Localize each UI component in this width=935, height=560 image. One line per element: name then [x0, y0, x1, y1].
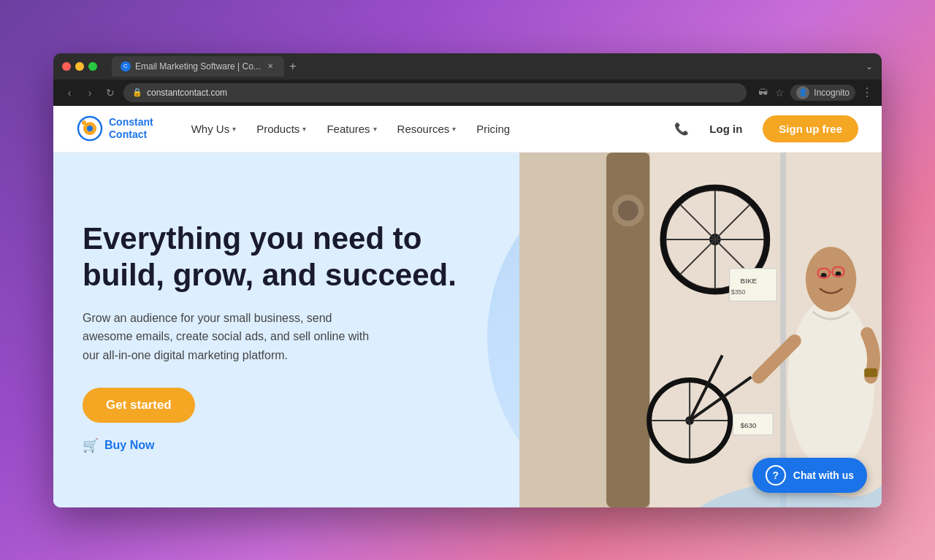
reload-button[interactable]: ↻ — [103, 85, 118, 100]
incognito-badge: 👤 Incognito — [790, 85, 855, 101]
tab-favicon: C — [121, 61, 131, 72]
chat-widget[interactable]: ? Chat with us — [752, 458, 867, 493]
browser-window: C Email Marketing Software | Co... ✕ + ⌄… — [53, 53, 882, 507]
logo-icon — [77, 115, 103, 142]
buy-now-link[interactable]: 🛒 Buy Now — [83, 437, 480, 453]
svg-point-2 — [87, 126, 93, 131]
chevron-down-icon: ▾ — [232, 125, 236, 133]
logo-text: Constant Contact — [109, 116, 153, 141]
browser-tabs: C Email Marketing Software | Co... ✕ + ⌄ — [112, 56, 873, 77]
buy-now-label: Buy Now — [104, 439, 154, 452]
address-bar-row: ‹ › ↻ 🔒 constantcontact.com 🕶 ☆ 👤 Incogn… — [53, 80, 882, 106]
new-tab-button[interactable]: + — [284, 58, 302, 75]
svg-point-24 — [787, 297, 874, 471]
site-navbar: Constant Contact Why Us ▾ Products ▾ Fea… — [53, 106, 882, 153]
hero-content: Everything you need to build, grow, and … — [53, 153, 509, 507]
close-button[interactable] — [62, 62, 71, 71]
logo-line2: Contact — [109, 129, 153, 141]
chevron-down-icon: ▾ — [373, 125, 377, 133]
tab-label: Email Marketing Software | Co... — [135, 61, 261, 72]
chat-label: Chat with us — [793, 469, 854, 481]
maximize-button[interactable] — [88, 62, 97, 71]
nav-label-products: Products — [256, 123, 299, 135]
svg-rect-31 — [864, 368, 877, 377]
nav-label-features: Features — [327, 123, 370, 135]
login-button[interactable]: Log in — [701, 117, 751, 141]
signup-button[interactable]: Sign up free — [763, 115, 858, 142]
svg-rect-32 — [730, 268, 776, 301]
nav-label-pricing: Pricing — [476, 123, 510, 135]
address-actions: 🕶 ☆ — [758, 87, 785, 99]
address-bar[interactable]: 🔒 constantcontact.com — [123, 83, 747, 102]
active-tab[interactable]: C Email Marketing Software | Co... ✕ — [112, 56, 284, 77]
minimize-button[interactable] — [75, 62, 84, 71]
nav-item-features[interactable]: Features ▾ — [318, 117, 385, 141]
bookmark-icon[interactable]: ☆ — [775, 87, 785, 99]
hero-photo-svg: BIKE $350 $630 — [473, 153, 882, 507]
nav-item-resources[interactable]: Resources ▾ — [389, 117, 465, 141]
hero-section: Everything you need to build, grow, and … — [53, 153, 882, 507]
tab-list-chevron[interactable]: ⌄ — [866, 61, 873, 72]
traffic-lights — [62, 62, 97, 71]
chevron-down-icon: ▾ — [302, 125, 306, 133]
svg-point-3 — [82, 120, 86, 125]
incognito-label: Incognito — [814, 88, 850, 98]
svg-rect-23 — [780, 153, 786, 507]
site-logo[interactable]: Constant Contact — [77, 115, 153, 142]
browser-menu-button[interactable]: ⋮ — [861, 85, 873, 99]
incognito-icon: 🕶 — [758, 87, 768, 98]
chevron-down-icon: ▾ — [452, 125, 456, 133]
hero-title: Everything you need to build, grow, and … — [83, 220, 480, 294]
svg-point-7 — [618, 200, 638, 220]
nav-label-resources: Resources — [397, 123, 450, 135]
lock-icon: 🔒 — [132, 88, 142, 97]
nav-label-why-us: Why Us — [191, 123, 230, 135]
website-content: Constant Contact Why Us ▾ Products ▾ Fea… — [53, 106, 882, 507]
phone-icon: 📞 — [674, 122, 689, 136]
hero-subtitle: Grow an audience for your small business… — [83, 309, 375, 365]
forward-button[interactable]: › — [83, 85, 97, 100]
tab-close-icon[interactable]: ✕ — [265, 61, 275, 72]
nav-item-pricing[interactable]: Pricing — [468, 117, 519, 141]
svg-text:$630: $630 — [741, 421, 757, 429]
nav-links: Why Us ▾ Products ▾ Features ▾ Resources… — [183, 117, 675, 141]
nav-actions: 📞 Log in Sign up free — [674, 115, 858, 142]
cart-icon: 🛒 — [83, 437, 99, 453]
browser-titlebar: C Email Marketing Software | Co... ✕ + ⌄ — [53, 53, 882, 80]
nav-item-products[interactable]: Products ▾ — [248, 117, 315, 141]
svg-point-25 — [806, 246, 856, 311]
logo-line1: Constant — [109, 116, 153, 129]
chat-icon: ? — [766, 465, 786, 486]
get-started-button[interactable]: Get started — [83, 388, 195, 423]
nav-item-why-us[interactable]: Why Us ▾ — [183, 117, 245, 141]
svg-text:$350: $350 — [731, 288, 746, 296]
url-text: constantcontact.com — [147, 88, 227, 98]
svg-text:BIKE: BIKE — [741, 276, 757, 284]
incognito-avatar: 👤 — [796, 86, 809, 99]
back-button[interactable]: ‹ — [62, 85, 77, 100]
